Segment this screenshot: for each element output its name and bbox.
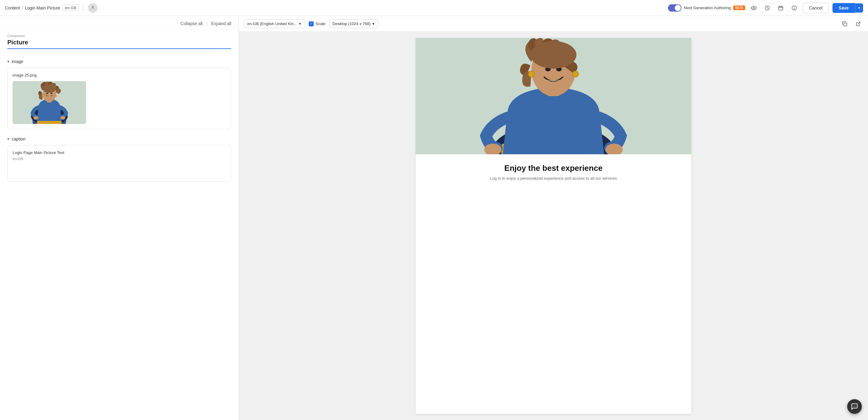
header-left: Content / Login Main Picture en-GB xyxy=(5,3,665,13)
checkbox-checked-icon: ✓ xyxy=(309,22,314,26)
svg-point-30 xyxy=(572,71,579,77)
caption-section-header[interactable]: ▾ caption xyxy=(7,136,231,141)
next-gen-toggle[interactable]: Next Generation Authoring BETA xyxy=(668,4,745,12)
image-card-title: image 25.png xyxy=(12,73,226,77)
preview-area: Enjoy the best experience Log in to enjo… xyxy=(239,32,868,420)
copy-preview-icon[interactable] xyxy=(840,19,849,29)
svg-point-29 xyxy=(528,71,534,77)
image-section: ▾ image image 25.png xyxy=(7,59,231,129)
preview-caption-title: Enjoy the best experience xyxy=(422,163,685,173)
image-preview[interactable] xyxy=(12,81,86,124)
caption-card: Login Page Main Picture Text en-GB xyxy=(7,145,231,182)
save-dropdown-button[interactable]: ▾ xyxy=(855,3,863,12)
image-card: image 25.png xyxy=(7,68,231,129)
eye-icon[interactable] xyxy=(749,3,759,13)
image-section-title: image xyxy=(12,59,23,64)
scale-checkbox[interactable]: ✓ Scale xyxy=(309,22,326,26)
header-bar: Content / Login Main Picture en-GB Next … xyxy=(0,0,868,16)
calendar-icon[interactable] xyxy=(776,3,785,13)
caption-card-title: Login Page Main Picture Text xyxy=(12,150,226,155)
preview-content: Enjoy the best experience Log in to enjo… xyxy=(415,38,691,414)
locale-chevron-icon: ▾ xyxy=(299,22,301,26)
preview-caption: Enjoy the best experience Log in to enjo… xyxy=(415,154,691,190)
left-panel: Collapse all | Expand all Component Pict… xyxy=(0,16,239,420)
caption-card-locale: en-GB xyxy=(12,157,226,161)
scale-label: Scale xyxy=(315,22,326,26)
header-divider xyxy=(83,4,84,12)
component-value: Picture xyxy=(7,39,231,49)
chat-widget[interactable] xyxy=(847,399,862,414)
left-toolbar: Collapse all | Expand all xyxy=(0,16,239,29)
avatar[interactable] xyxy=(88,3,98,13)
svg-point-15 xyxy=(42,95,43,97)
toggle-track[interactable] xyxy=(668,4,681,12)
beta-badge: BETA xyxy=(733,5,745,10)
svg-point-34 xyxy=(854,406,855,407)
info-icon[interactable] xyxy=(789,3,799,13)
breadcrumb-locale[interactable]: en-GB xyxy=(62,5,79,11)
main-layout: Collapse all | Expand all Component Pict… xyxy=(0,16,868,420)
svg-point-13 xyxy=(46,93,48,94)
preview-image xyxy=(415,38,691,154)
cancel-button[interactable]: Cancel xyxy=(803,3,829,13)
save-main-button[interactable]: Save xyxy=(833,3,855,13)
svg-point-33 xyxy=(853,406,854,407)
svg-point-28 xyxy=(530,41,577,69)
svg-point-35 xyxy=(856,406,856,407)
image-section-header[interactable]: ▾ image xyxy=(7,59,231,64)
svg-point-1 xyxy=(753,7,754,8)
svg-point-17 xyxy=(33,116,38,120)
svg-rect-19 xyxy=(844,23,847,26)
svg-point-5 xyxy=(794,6,795,7)
device-selector-label: Desktop (1024 x 768) xyxy=(333,22,371,26)
breadcrumb-separator: / xyxy=(22,5,23,10)
toolbar-divider: | xyxy=(206,21,207,26)
svg-point-18 xyxy=(60,116,65,120)
svg-rect-3 xyxy=(779,6,783,10)
caption-section: ▾ caption Login Page Main Picture Text e… xyxy=(7,136,231,182)
left-content: ▾ image image 25.png xyxy=(0,52,239,420)
header-right: Next Generation Authoring BETA xyxy=(668,3,863,13)
preview-caption-text: Log in to enjoy a personalized experienc… xyxy=(422,176,685,181)
device-chevron-icon: ▾ xyxy=(372,22,375,26)
image-chevron-icon: ▾ xyxy=(7,59,9,64)
caption-chevron-icon: ▾ xyxy=(7,137,9,141)
expand-all-link[interactable]: Expand all xyxy=(211,21,231,26)
toggle-label: Next Generation Authoring xyxy=(684,5,731,10)
svg-point-16 xyxy=(55,95,57,97)
right-panel: en-GB (English United Kin... ▾ ✓ Scale D… xyxy=(239,16,868,420)
component-label: Component xyxy=(7,34,231,38)
svg-point-14 xyxy=(51,93,52,94)
history-icon[interactable] xyxy=(762,3,772,13)
breadcrumb-page[interactable]: Login Main Picture xyxy=(25,5,60,10)
external-link-icon[interactable] xyxy=(853,19,863,29)
locale-selector-label: en-GB (English United Kin... xyxy=(247,22,297,26)
preview-toolbar: en-GB (English United Kin... ▾ ✓ Scale D… xyxy=(239,16,868,32)
device-selector[interactable]: Desktop (1024 x 768) ▾ xyxy=(329,19,378,28)
locale-selector[interactable]: en-GB (English United Kin... ▾ xyxy=(244,19,305,28)
collapse-all-link[interactable]: Collapse all xyxy=(180,21,203,26)
caption-section-title: caption xyxy=(12,136,25,141)
breadcrumb-content[interactable]: Content xyxy=(5,5,20,10)
svg-point-0 xyxy=(92,6,94,8)
svg-point-12 xyxy=(42,84,56,93)
toggle-thumb xyxy=(675,5,681,11)
component-section: Component Picture xyxy=(0,29,239,52)
save-button-group: Save ▾ xyxy=(833,3,863,13)
